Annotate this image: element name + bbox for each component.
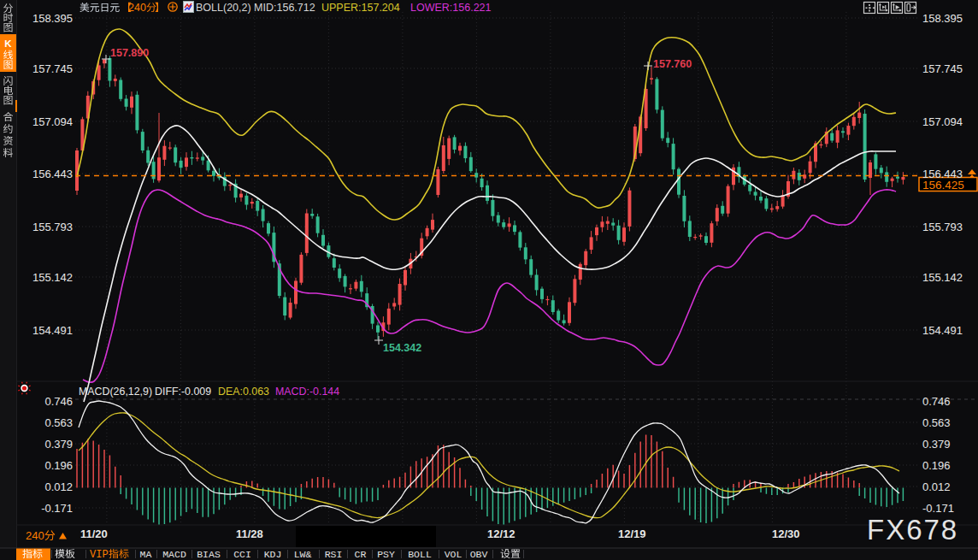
svg-text:-0.171: -0.171 <box>922 502 954 515</box>
svg-text:154.491: 154.491 <box>922 324 963 337</box>
svg-text:VIP: VIP <box>90 549 109 560</box>
svg-text:0.746: 0.746 <box>922 395 951 408</box>
svg-text:156.443: 156.443 <box>32 168 73 180</box>
svg-text:157.745: 157.745 <box>32 62 73 75</box>
svg-text:155.793: 155.793 <box>32 221 73 233</box>
svg-text:0.746: 0.746 <box>44 395 73 408</box>
svg-text:0.012: 0.012 <box>922 480 951 493</box>
svg-text:KDJ: KDJ <box>264 549 282 560</box>
svg-text:240: 240 <box>128 2 146 14</box>
svg-text:MA: MA <box>140 549 152 560</box>
svg-text:155.142: 155.142 <box>32 271 73 284</box>
svg-text:158.395: 158.395 <box>922 12 963 25</box>
svg-text:PSY: PSY <box>377 549 395 560</box>
svg-text:-0.171: -0.171 <box>41 502 73 515</box>
svg-text:240: 240 <box>26 529 44 542</box>
svg-text:12/12: 12/12 <box>487 528 516 540</box>
svg-text:0.196: 0.196 <box>44 459 73 472</box>
svg-text:156.425: 156.425 <box>922 179 964 192</box>
svg-text:12/30: 12/30 <box>772 528 800 540</box>
svg-text:CCI: CCI <box>233 549 251 560</box>
svg-text:155.793: 155.793 <box>922 221 963 233</box>
svg-text:157.890: 157.890 <box>110 47 149 59</box>
svg-text:157.094: 157.094 <box>922 115 963 128</box>
svg-text:BIAS: BIAS <box>197 549 221 560</box>
svg-text:0.196: 0.196 <box>922 459 951 472</box>
svg-text:MACD:-0.144: MACD:-0.144 <box>275 386 339 398</box>
svg-text:0.379: 0.379 <box>44 438 73 451</box>
svg-text:BOLL(20,2) MID:156.712: BOLL(20,2) MID:156.712 <box>196 2 315 14</box>
svg-text:MACD(26,12,9): MACD(26,12,9) <box>79 386 152 398</box>
svg-text:157.094: 157.094 <box>32 115 73 128</box>
svg-text:K: K <box>4 38 12 49</box>
svg-text:158.395: 158.395 <box>32 12 73 25</box>
svg-text:LOWER:156.221: LOWER:156.221 <box>410 2 492 14</box>
svg-text:0.379: 0.379 <box>922 438 951 451</box>
svg-text:157.760: 157.760 <box>653 58 692 70</box>
svg-text:DIFF:-0.009: DIFF:-0.009 <box>155 386 211 398</box>
svg-text:0.563: 0.563 <box>44 416 73 429</box>
svg-text:CR: CR <box>355 549 367 560</box>
svg-text:12/19: 12/19 <box>618 528 646 540</box>
svg-text:156.443: 156.443 <box>922 168 963 180</box>
svg-text:LW&: LW& <box>294 549 312 560</box>
svg-text:BOLL: BOLL <box>408 549 432 560</box>
svg-text:DEA:0.063: DEA:0.063 <box>218 386 269 398</box>
svg-text:11/28: 11/28 <box>236 528 263 540</box>
svg-text:FX678: FX678 <box>867 514 958 545</box>
svg-text:0.563: 0.563 <box>922 416 951 429</box>
svg-text:0.012: 0.012 <box>44 480 73 493</box>
svg-text:11/20: 11/20 <box>80 528 108 540</box>
svg-text:157.745: 157.745 <box>922 62 963 75</box>
svg-text:RSI: RSI <box>325 549 343 560</box>
svg-text:OBV: OBV <box>470 549 488 560</box>
svg-text:154.491: 154.491 <box>32 324 73 337</box>
svg-text:155.142: 155.142 <box>922 271 963 284</box>
svg-text:154.342: 154.342 <box>383 342 421 354</box>
svg-text:VOL: VOL <box>445 549 462 560</box>
svg-text:UPPER:157.204: UPPER:157.204 <box>321 2 400 14</box>
svg-text:MACD: MACD <box>162 549 186 560</box>
